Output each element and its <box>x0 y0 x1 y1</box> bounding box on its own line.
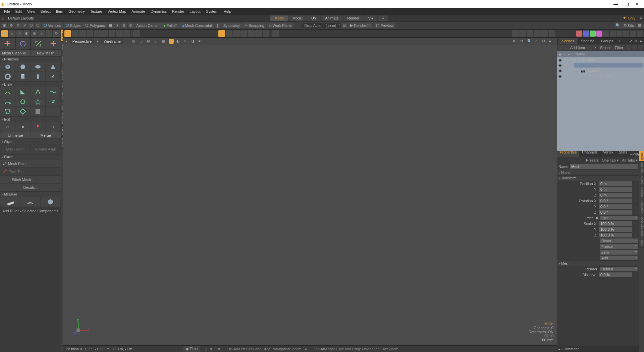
dimension-tool[interactable] <box>41 197 60 207</box>
paint-select-icon[interactable]: ✓ <box>16 30 23 37</box>
vp-gear2-icon[interactable]: ⚙ <box>542 39 547 44</box>
snapping-button[interactable]: ⊹Snapping <box>243 23 266 28</box>
vp-plus-icon[interactable] <box>123 30 130 37</box>
mesh-section[interactable]: Mesh <box>557 261 639 266</box>
layout-tab-modo[interactable]: Modo <box>270 15 288 21</box>
search-icon[interactable]: 🔍 <box>615 23 621 28</box>
all-tabs-dropdown[interactable]: All Tabs ▾ <box>622 158 638 163</box>
cylinder-primitive[interactable] <box>15 72 30 81</box>
star-tool[interactable] <box>31 97 45 106</box>
prop-sidetab-curve[interactable]: Curve <box>639 175 644 186</box>
settings-icon[interactable]: ⚙ <box>639 16 643 20</box>
cam-column-icon[interactable]: ▸ <box>568 52 570 56</box>
item-mode-icon[interactable]: ▦ <box>108 23 114 28</box>
falloff-button[interactable]: ●Falloff <box>161 23 178 28</box>
layout-tab-vr[interactable]: VR <box>364 15 377 21</box>
workplane-button[interactable]: ▱Work Plane <box>267 23 294 28</box>
scale-z-input[interactable]: 100.0 % <box>599 232 632 238</box>
menu-system[interactable]: System <box>203 9 221 14</box>
shield1-icon[interactable]: ⬡ <box>28 23 34 28</box>
center-icon[interactable]: ⊙ <box>128 23 134 28</box>
selection-mode-icon[interactable]: ▣ <box>1 23 7 28</box>
sketch-tool[interactable] <box>15 87 30 97</box>
prop-gear-icon[interactable]: ⚙ <box>635 152 638 157</box>
one-tab-dropdown[interactable]: One Tab ▾ <box>602 158 619 163</box>
view-dropdown[interactable]: Perspective <box>70 39 94 44</box>
status-prev-icon[interactable]: ⇤ <box>210 347 213 351</box>
vp-plus2-icon[interactable] <box>549 30 555 37</box>
vp-t5-icon[interactable] <box>255 30 262 37</box>
blank-tool[interactable] <box>46 107 60 116</box>
cube-primitive[interactable] <box>0 62 15 72</box>
draw-header[interactable]: Draw <box>0 82 61 87</box>
add-item-dropdown[interactable]: Add Item <box>558 45 597 50</box>
vp-snap-icon[interactable] <box>116 30 123 37</box>
vp-center-active-icon[interactable] <box>218 30 225 37</box>
filter2-icon[interactable] <box>632 45 637 50</box>
bezier-tool[interactable] <box>31 87 45 97</box>
edges-button[interactable]: ⬡Edges <box>64 23 83 28</box>
move-icon[interactable]: ✥ <box>8 23 14 28</box>
vp-h2-icon[interactable]: ⊟ <box>140 39 144 44</box>
menu-render[interactable]: Render <box>169 9 187 14</box>
diamond-tool[interactable] <box>15 107 30 116</box>
unmerge-button[interactable]: Unmerge <box>0 132 31 138</box>
transform-section[interactable]: Transform <box>557 175 639 181</box>
shelf8-icon[interactable] <box>623 31 629 37</box>
action-center-button[interactable]: Action Center <box>135 23 161 28</box>
menu-edit[interactable]: Edit <box>13 9 24 14</box>
lasso-icon[interactable]: ○ <box>9 30 15 37</box>
vp-move-icon[interactable] <box>72 30 78 37</box>
quick-align-button[interactable]: Quick Align <box>0 144 30 154</box>
pos-x-input[interactable]: 0 m <box>599 181 632 186</box>
preview-button[interactable]: ▢Preview <box>374 23 395 28</box>
menu-view[interactable]: View <box>24 9 38 14</box>
zero-dropdown[interactable]: Zero <box>600 250 638 255</box>
merge-tool[interactable]: ✦ <box>46 122 60 132</box>
drop-action-dropdown[interactable]: Drop Action: (none) <box>302 23 341 28</box>
prop-sidetab-mesh[interactable]: Mesh <box>639 151 644 162</box>
vp-t6-icon[interactable] <box>263 30 269 37</box>
panel-gear-icon[interactable]: ⚙ <box>633 39 639 43</box>
menu-geometry[interactable]: Geometry <box>66 9 87 14</box>
only-label[interactable]: Only <box>628 16 635 20</box>
layout-label[interactable]: Default Layouts <box>6 16 36 20</box>
torus-primitive[interactable] <box>0 72 15 81</box>
pen-tool[interactable] <box>0 87 15 97</box>
panel-more-icon[interactable]: ▸ <box>639 39 644 43</box>
pin-tool[interactable]: 📍 <box>31 122 45 132</box>
layout-tab-model[interactable]: Model <box>288 15 307 21</box>
vp-t3-icon[interactable] <box>240 30 247 37</box>
prop-sidetab-surface[interactable]: Surface <box>639 162 644 175</box>
circle-tool[interactable] <box>15 97 30 106</box>
shelf7-icon[interactable] <box>616 31 623 37</box>
edit-header[interactable]: Edit <box>0 117 61 122</box>
panel-tab-shading[interactable]: Shading <box>578 38 598 44</box>
pivot-icon[interactable]: ⊕ <box>121 23 127 28</box>
select-all-icon[interactable]: ▦ <box>1 30 8 37</box>
vp-add-icon[interactable] <box>272 30 279 37</box>
primitives-header[interactable]: Primitives <box>0 56 61 62</box>
move-tool-tab[interactable] <box>0 38 15 50</box>
merge-button[interactable]: Merge <box>31 132 61 138</box>
vp-zoom-icon[interactable]: 🔍 <box>527 39 532 44</box>
ring-icon[interactable]: ⊙ <box>31 30 38 37</box>
status-next-icon[interactable]: ⇥ <box>217 347 220 351</box>
viewport-canvas[interactable]: y x z Mesh Channels: 0 Deformers: ON GL:… <box>63 45 557 345</box>
spiral-tool[interactable] <box>46 97 60 106</box>
shelf6-icon[interactable] <box>610 31 616 37</box>
add-panel-tab[interactable]: + <box>616 38 623 44</box>
prop-sidetab-display[interactable]: Display <box>639 186 644 199</box>
mesh-paint-button[interactable]: 🖌Mesh Paint <box>0 160 61 167</box>
ellipsoid-primitive[interactable] <box>31 62 45 72</box>
vp-more-icon[interactable]: ▸ <box>549 39 554 44</box>
add-ruler-button[interactable]: Add Ruler - Selected Components <box>0 207 61 215</box>
home-icon[interactable]: ⌂ <box>0 16 6 20</box>
shelf1-icon[interactable] <box>576 31 582 37</box>
shield2-icon[interactable]: ⬡ <box>35 23 41 28</box>
text-primitive[interactable]: A <box>46 72 60 81</box>
dissolve-input[interactable]: 0.0 % <box>599 272 632 277</box>
scale-y-input[interactable]: 100.0 % <box>599 227 632 232</box>
protractor-tool[interactable] <box>20 197 40 207</box>
filter-button[interactable]: Filter <box>613 45 625 50</box>
